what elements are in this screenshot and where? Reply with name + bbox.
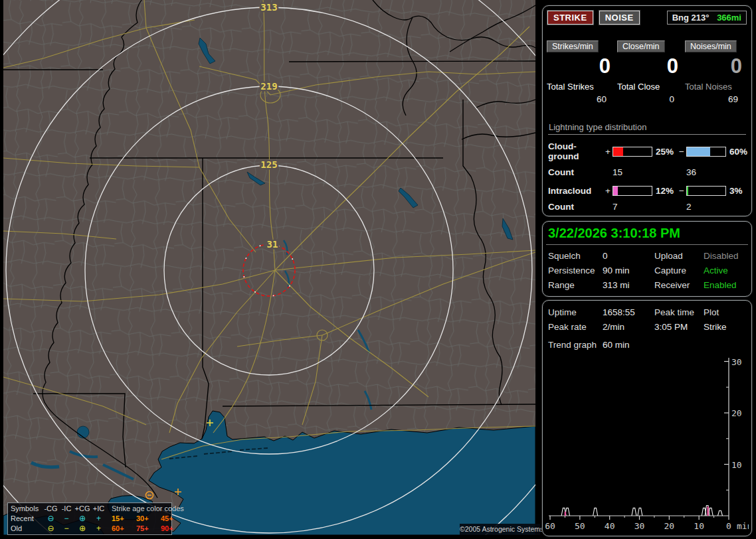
svg-text:40: 40: [605, 521, 615, 531]
map-view[interactable]: 313 219 125 31 Symbols -CG -IC +CG +IC S…: [3, 0, 535, 535]
pos-cg-old-icon: ⊕: [74, 524, 91, 533]
total-strikes-value: 60: [547, 94, 617, 104]
cg-negative-pct: 60%: [726, 147, 750, 157]
ic-positive-count: 7: [613, 202, 652, 212]
peak-time-label: Peak time: [654, 307, 704, 317]
close-per-min-chip: Close/min: [617, 40, 665, 52]
intracloud-label: Intracloud: [548, 186, 605, 196]
strikes-per-min-chip: Strikes/min: [547, 40, 599, 52]
total-strikes-label: Total Strikes: [547, 82, 617, 92]
total-close-value: 0: [617, 94, 685, 104]
ring-label-125: 125: [260, 159, 277, 170]
cg-positive-count: 15: [613, 167, 652, 177]
uptime-value: 1658:55: [603, 307, 654, 317]
svg-text:60: 60: [545, 521, 555, 531]
peak-rate-value: 2/min: [603, 322, 654, 332]
squelch-label: Squelch: [548, 251, 603, 261]
ic-positive-bar: [613, 186, 652, 196]
count-label: Count: [548, 202, 605, 212]
plot-mode-value: Strike: [704, 322, 747, 332]
persistence-value: 90 min: [603, 266, 654, 275]
age-90: 90+: [161, 524, 185, 533]
cg-negative-count: 36: [686, 167, 726, 177]
peak-time-value: 3:05 PM: [654, 322, 704, 332]
neg-cg-old-icon: ⊖: [43, 524, 59, 533]
svg-text:30: 30: [634, 521, 645, 531]
range-value: 313 mi: [603, 280, 654, 290]
session-panel: Uptime 1658:55 Peak time Plot Peak rate …: [542, 300, 752, 536]
noise-toggle-button[interactable]: NOISE: [599, 11, 640, 25]
svg-text:10: 10: [694, 521, 704, 531]
pos-cg-recent-icon: ⊕: [74, 514, 91, 523]
svg-text:50: 50: [575, 521, 585, 531]
plot-label: Plot: [704, 307, 747, 317]
map-legend: Symbols -CG -IC +CG +IC Strike age color…: [7, 502, 172, 535]
legend-age-title: Strike age color codes: [112, 504, 185, 513]
ring-label-31: 31: [267, 239, 278, 250]
legend-symbols-header: Symbols: [11, 504, 43, 513]
datetime-display: 3/22/2026 3:10:18 PM: [543, 222, 751, 244]
cloud-ground-label: Cloud-ground: [548, 141, 605, 161]
legend-row-old-label: Old: [11, 524, 43, 533]
age-15: 15+: [112, 514, 136, 523]
persistence-label: Persistence: [548, 266, 603, 275]
plus-sign: +: [605, 147, 613, 157]
ic-negative-count: 2: [686, 202, 726, 212]
count-label: Count: [548, 167, 605, 177]
neg-cg-recent-icon: ⊖: [43, 514, 59, 523]
upload-label: Upload: [654, 251, 704, 261]
close-rate-value: 0: [617, 54, 685, 81]
age-45: 45+: [161, 514, 185, 523]
bearing-label: Bng 213°: [672, 13, 709, 23]
capture-label: Capture: [654, 266, 704, 275]
lightning-map: 313 219 125 31: [3, 0, 535, 535]
pos-ic-recent-icon: +: [91, 514, 106, 523]
cg-positive-pct: 25%: [652, 147, 679, 157]
trend-graph-chart: 1020306050403020100min: [545, 352, 749, 533]
strikes-rate-value: 0: [547, 54, 617, 81]
close-column: Close/min 0 Total Close 0: [617, 40, 685, 104]
peak-rate-label: Peak rate: [548, 322, 603, 332]
plus-sign: +: [605, 186, 613, 196]
svg-text:10: 10: [731, 460, 742, 470]
ic-negative-pct: 3%: [726, 186, 750, 196]
strike-toggle-button[interactable]: STRIKE: [547, 11, 593, 25]
minus-sign: −: [679, 147, 686, 157]
bearing-distance: 366mi: [717, 13, 741, 23]
cg-positive-bar: [613, 147, 652, 157]
range-label: Range: [548, 280, 603, 290]
trend-window-value: 60 min: [603, 340, 654, 350]
strikes-column: Strikes/min 0 Total Strikes 60: [547, 40, 617, 104]
copyright-label: ©2005 Astrogenic Systems: [460, 524, 540, 535]
distribution-title: Lightning type distribution: [548, 122, 746, 135]
legend-row-recent-label: Recent: [11, 514, 43, 523]
noises-column: Noises/min 0 Total Noises 69: [685, 40, 749, 104]
ring-label-313: 313: [260, 2, 277, 13]
trend-graph-label: Trend graph: [548, 340, 603, 350]
capture-value: Active: [704, 266, 747, 275]
total-close-label: Total Close: [617, 82, 685, 92]
ic-negative-bar: [686, 186, 726, 196]
age-75: 75+: [136, 524, 161, 533]
total-noises-label: Total Noises: [685, 82, 749, 92]
ic-positive-pct: 12%: [652, 186, 679, 196]
receiver-label: Receiver: [654, 280, 704, 290]
uptime-label: Uptime: [548, 307, 603, 317]
cloud-ground-row: Cloud-ground + 25% − 60%: [548, 141, 747, 161]
age-30: 30+: [136, 514, 161, 523]
cloud-ground-count-row: Count 15 36: [548, 167, 747, 177]
svg-text:20: 20: [731, 408, 742, 418]
bearing-readout: Bng 213° 366mi: [667, 11, 747, 25]
age-60: 60+: [112, 524, 136, 533]
noises-per-min-chip: Noises/min: [685, 40, 737, 52]
svg-text:20: 20: [664, 521, 675, 531]
total-noises-value: 69: [685, 94, 749, 104]
ring-label-219: 219: [260, 81, 277, 92]
upload-value: Disabled: [704, 251, 747, 261]
receiver-value: Enabled: [704, 280, 747, 290]
neg-ic-old-icon: −: [59, 524, 74, 533]
neg-ic-recent-icon: −: [59, 514, 74, 523]
intracloud-count-row: Count 7 2: [548, 202, 747, 212]
noises-rate-value: 0: [685, 54, 749, 81]
cg-negative-bar: [686, 147, 726, 157]
